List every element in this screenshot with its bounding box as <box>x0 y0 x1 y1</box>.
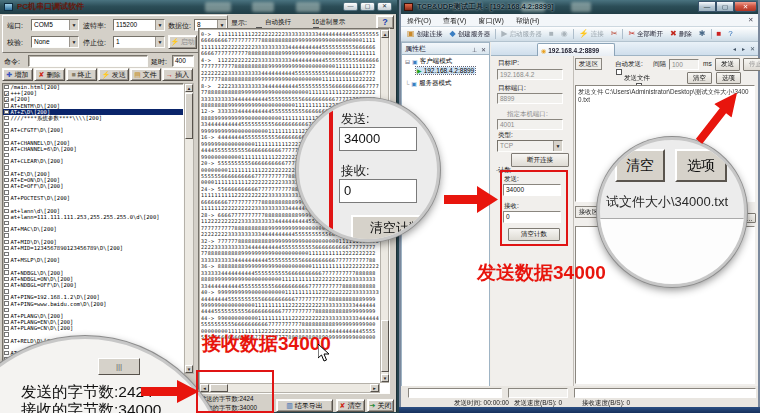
item-checkbox[interactable] <box>4 85 9 90</box>
menu-item[interactable]: 帮助(H) <box>510 14 546 26</box>
toolbar-stop-server-icon[interactable]: ■ <box>547 29 556 39</box>
item-checkbox[interactable] <box>4 110 9 115</box>
item-checkbox[interactable] <box>4 116 9 121</box>
delay-input[interactable]: 400 <box>172 55 194 67</box>
auto-send-checkbox[interactable] <box>616 69 622 75</box>
item-checkbox[interactable] <box>4 97 9 102</box>
disconnect-button[interactable]: 断开连接 <box>511 153 569 167</box>
toolbar-delete[interactable]: ✖ 删除 <box>668 29 694 40</box>
start-button[interactable]: ⚡启动 <box>168 35 197 49</box>
clear-button[interactable]: ✘清空 <box>336 399 365 412</box>
item-checkbox[interactable] <box>4 246 9 251</box>
send-button[interactable]: 发送 <box>715 58 740 71</box>
export-result-button[interactable]: ▥结果导出 <box>276 399 333 412</box>
scroll-thumb[interactable] <box>381 320 389 372</box>
minimize-button[interactable]: — <box>698 1 716 12</box>
tree-item-connection[interactable]: ▶ 192.168.4.2:8899 <box>416 67 475 74</box>
stop-button[interactable]: 停止 <box>743 58 760 71</box>
local-port-input[interactable]: 4001 <box>497 119 563 130</box>
item-checkbox[interactable] <box>4 270 9 275</box>
scroll-up-icon[interactable]: ▲ <box>185 84 193 92</box>
tab-nav-right-icon[interactable]: ▸ <box>742 45 745 52</box>
port-select[interactable]: COM5▼ <box>31 19 79 31</box>
item-checkbox[interactable] <box>4 332 9 337</box>
insert-button[interactable]: → 插入 <box>162 68 193 81</box>
toolbar-stop-tool-icon[interactable]: ■ <box>715 29 724 39</box>
terminate-button[interactable]: ■ 终止 <box>66 68 97 81</box>
item-checkbox[interactable] <box>4 128 9 133</box>
menu-item[interactable]: 操作(O) <box>401 14 437 26</box>
tab-nav-left-icon[interactable]: ◂ <box>733 45 736 52</box>
item-checkbox[interactable] <box>4 277 9 282</box>
item-checkbox[interactable] <box>4 103 9 108</box>
item-checkbox[interactable] <box>4 295 9 300</box>
close-button[interactable]: ✕ <box>734 1 757 12</box>
parity-select[interactable]: None▼ <box>31 36 79 48</box>
item-checkbox[interactable] <box>4 314 9 319</box>
item-checkbox[interactable] <box>4 345 9 350</box>
chevron-down-icon[interactable]: ▼ <box>553 141 562 151</box>
item-checkbox[interactable] <box>4 252 9 257</box>
item-checkbox[interactable] <box>4 308 9 313</box>
toolbar-connect[interactable]: ⚡ 连接 <box>577 29 606 40</box>
stopbits-select[interactable]: 1▼ <box>113 36 165 48</box>
maximize-button[interactable]: ▢ <box>716 1 734 12</box>
list-item[interactable]: at+lann=111.111.111.253,255.255.255.0\d\… <box>3 214 183 220</box>
tab-connection[interactable]: ◉ 192.168.4.2:8899 <box>537 43 615 56</box>
scroll-down-icon[interactable]: ▼ <box>185 365 193 373</box>
menu-close-icon[interactable]: ✕ <box>748 16 753 24</box>
item-checkbox[interactable] <box>4 178 9 183</box>
options-button[interactable]: 选项 <box>716 72 741 84</box>
toolbar-start-server[interactable]: ▶ 启动服务器 <box>499 29 544 40</box>
help-button[interactable]: ? <box>376 15 394 29</box>
item-checkbox[interactable] <box>4 240 9 245</box>
delete-button[interactable]: ✘ 删除 <box>34 68 65 81</box>
item-checkbox[interactable] <box>4 209 9 214</box>
item-checkbox[interactable] <box>4 221 9 226</box>
clear-send-button[interactable]: 清空 <box>687 72 712 84</box>
file-button[interactable]: ▤ 文件 <box>130 68 161 81</box>
item-checkbox[interactable] <box>4 215 9 220</box>
item-checkbox[interactable] <box>4 289 9 294</box>
chevron-down-icon[interactable]: ▼ <box>155 37 164 47</box>
item-checkbox[interactable] <box>4 283 9 288</box>
item-checkbox[interactable] <box>4 258 9 263</box>
chevron-down-icon[interactable]: ▼ <box>69 37 78 47</box>
target-ip-input[interactable]: 192.168.4.2 <box>497 69 563 80</box>
item-checkbox[interactable] <box>4 190 9 195</box>
close-panel-button[interactable]: ➔关闭 <box>367 399 394 412</box>
toolbar-tools-icon[interactable]: ✱ <box>697 29 708 39</box>
scroll-thumb[interactable] <box>185 93 193 139</box>
collapse-icon[interactable]: ⊟ <box>405 58 410 65</box>
scroll-right-icon[interactable]: ► <box>370 384 379 392</box>
item-checkbox[interactable] <box>4 351 9 356</box>
command-input[interactable] <box>28 55 148 67</box>
interval-input[interactable]: 100 <box>669 59 699 70</box>
toolbar-disconnect-icon[interactable]: ✂ <box>609 29 620 39</box>
item-checkbox[interactable] <box>4 264 9 269</box>
command-list[interactable]: /main.html[200] +++[200] a[200] AT+ENTM\… <box>2 83 184 374</box>
maximize-button[interactable]: ▢ <box>360 2 375 11</box>
tree-item-server-mode[interactable]: └ ▣ 服务器模式 <box>405 79 451 88</box>
toolbar-help-icon[interactable]: ? <box>726 29 734 39</box>
menu-item[interactable]: 窗口(W) <box>472 14 509 26</box>
close-button[interactable]: ✕ <box>377 2 392 11</box>
item-checkbox[interactable] <box>4 301 9 306</box>
item-checkbox[interactable] <box>4 184 9 189</box>
item-checkbox[interactable] <box>4 147 9 152</box>
item-checkbox[interactable] <box>4 171 9 176</box>
toolbar-create-connection[interactable]: ▣ 创建连接 <box>405 29 445 40</box>
add-button[interactable]: ✚ 增加 <box>2 68 33 81</box>
item-checkbox[interactable] <box>4 233 9 238</box>
item-checkbox[interactable] <box>4 159 9 164</box>
tree-item-client-mode[interactable]: ⊟ ▣ 客户端模式 <box>405 57 452 66</box>
item-checkbox[interactable] <box>4 196 9 201</box>
item-checkbox[interactable] <box>4 141 9 146</box>
toolbar-power-icon[interactable]: ◉ <box>559 29 570 39</box>
item-checkbox[interactable] <box>4 134 9 139</box>
item-checkbox[interactable] <box>4 320 9 325</box>
type-select[interactable]: TCP▼ <box>497 140 563 152</box>
baud-select[interactable]: 115200▼ <box>113 19 165 31</box>
menu-item[interactable]: 查看(V) <box>437 14 472 26</box>
item-checkbox[interactable] <box>4 153 9 158</box>
